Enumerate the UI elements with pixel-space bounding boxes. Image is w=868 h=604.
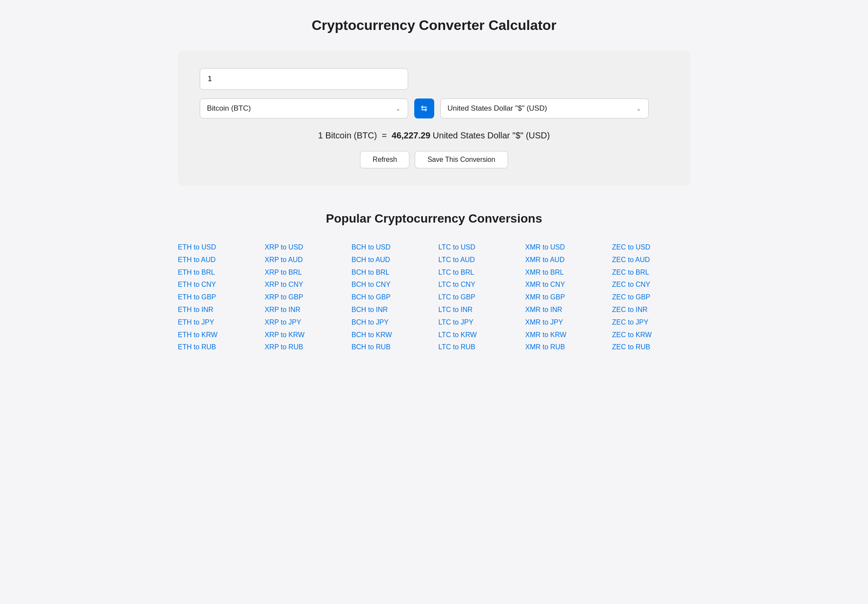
to-currency-chevron-icon: ⌄ <box>636 105 641 112</box>
conversion-link[interactable]: BCH to RUB <box>352 341 430 354</box>
conversion-link[interactable]: BCH to CNY <box>352 279 430 291</box>
save-conversion-button[interactable]: Save This Conversion <box>415 151 508 168</box>
conversion-link[interactable]: BCH to BRL <box>352 266 430 279</box>
conversion-link[interactable]: LTC to INR <box>439 304 517 316</box>
to-currency-select[interactable]: United States Dollar "$" (USD) ⌄ <box>440 98 649 118</box>
conversion-link[interactable]: XMR to AUD <box>525 254 604 266</box>
conversion-link[interactable]: ZEC to BRL <box>612 266 690 279</box>
result-amount: 46,227.29 <box>392 131 430 140</box>
column-xmr: XMR to USDXMR to AUDXMR to BRLXMR to CNY… <box>525 241 604 354</box>
page-title: Cryptocurrency Converter Calculator <box>178 17 690 33</box>
from-currency-chevron-icon: ⌄ <box>396 105 401 112</box>
swap-icon: ⇆ <box>421 104 427 113</box>
conversion-link[interactable]: XMR to JPY <box>525 316 604 329</box>
from-currency-label: Bitcoin (BTC) <box>207 104 396 113</box>
conversion-link[interactable]: ETH to KRW <box>178 329 256 341</box>
conversion-link[interactable]: XRP to KRW <box>265 329 343 341</box>
conversion-link[interactable]: XRP to RUB <box>265 341 343 354</box>
conversion-link[interactable]: LTC to JPY <box>439 316 517 329</box>
from-currency-select[interactable]: Bitcoin (BTC) ⌄ <box>200 98 408 118</box>
result-row: 1 Bitcoin (BTC) = 46,227.29 United State… <box>200 131 669 141</box>
conversion-link[interactable]: LTC to KRW <box>439 329 517 341</box>
conversion-link[interactable]: XRP to CNY <box>265 279 343 291</box>
conversion-link[interactable]: ETH to BRL <box>178 266 256 279</box>
conversion-link[interactable]: BCH to GBP <box>352 291 430 304</box>
conversion-link[interactable]: XRP to AUD <box>265 254 343 266</box>
conversion-link[interactable]: ETH to GBP <box>178 291 256 304</box>
conversions-grid: ETH to USDETH to AUDETH to BRLETH to CNY… <box>178 241 690 354</box>
conversion-link[interactable]: ZEC to INR <box>612 304 690 316</box>
conversion-link[interactable]: XMR to CNY <box>525 279 604 291</box>
column-ltc: LTC to USDLTC to AUDLTC to BRLLTC to CNY… <box>439 241 517 354</box>
swap-button[interactable]: ⇆ <box>414 98 434 118</box>
result-currency-text: United States Dollar "$" (USD) <box>433 131 550 140</box>
conversion-link[interactable]: ETH to RUB <box>178 341 256 354</box>
conversion-link[interactable]: ZEC to JPY <box>612 316 690 329</box>
conversion-link[interactable]: XRP to INR <box>265 304 343 316</box>
conversion-link[interactable]: LTC to USD <box>439 241 517 254</box>
conversion-link[interactable]: LTC to GBP <box>439 291 517 304</box>
conversion-link[interactable]: ZEC to CNY <box>612 279 690 291</box>
conversion-link[interactable]: XRP to USD <box>265 241 343 254</box>
conversion-link[interactable]: ZEC to AUD <box>612 254 690 266</box>
conversion-link[interactable]: XMR to KRW <box>525 329 604 341</box>
conversion-link[interactable]: XRP to BRL <box>265 266 343 279</box>
conversion-link[interactable]: BCH to INR <box>352 304 430 316</box>
conversion-link[interactable]: BCH to KRW <box>352 329 430 341</box>
conversion-link[interactable]: XMR to BRL <box>525 266 604 279</box>
refresh-button[interactable]: Refresh <box>360 151 409 168</box>
conversion-link[interactable]: ZEC to KRW <box>612 329 690 341</box>
conversion-link[interactable]: LTC to AUD <box>439 254 517 266</box>
amount-input[interactable] <box>200 68 408 90</box>
converter-card: Bitcoin (BTC) ⌄ ⇆ United States Dollar "… <box>178 51 690 186</box>
conversion-link[interactable]: LTC to RUB <box>439 341 517 354</box>
column-xrp: XRP to USDXRP to AUDXRP to BRLXRP to CNY… <box>265 241 343 354</box>
result-equals: = <box>380 131 392 140</box>
conversion-link[interactable]: LTC to BRL <box>439 266 517 279</box>
conversion-link[interactable]: ZEC to GBP <box>612 291 690 304</box>
conversion-link[interactable]: ETH to USD <box>178 241 256 254</box>
conversion-link[interactable]: ETH to AUD <box>178 254 256 266</box>
conversion-link[interactable]: ZEC to USD <box>612 241 690 254</box>
conversion-link[interactable]: ETH to INR <box>178 304 256 316</box>
conversion-link[interactable]: XMR to GBP <box>525 291 604 304</box>
column-bch: BCH to USDBCH to AUDBCH to BRLBCH to CNY… <box>352 241 430 354</box>
conversion-link[interactable]: ETH to CNY <box>178 279 256 291</box>
conversion-link[interactable]: ETH to JPY <box>178 316 256 329</box>
conversion-link[interactable]: LTC to CNY <box>439 279 517 291</box>
conversion-link[interactable]: BCH to JPY <box>352 316 430 329</box>
to-currency-label: United States Dollar "$" (USD) <box>448 104 636 113</box>
actions-row: Refresh Save This Conversion <box>200 151 669 168</box>
conversion-link[interactable]: XRP to JPY <box>265 316 343 329</box>
column-eth: ETH to USDETH to AUDETH to BRLETH to CNY… <box>178 241 256 354</box>
result-from-text: 1 Bitcoin (BTC) <box>318 131 377 140</box>
conversion-link[interactable]: XMR to RUB <box>525 341 604 354</box>
conversion-link[interactable]: XRP to GBP <box>265 291 343 304</box>
conversion-link[interactable]: ZEC to RUB <box>612 341 690 354</box>
popular-section-title: Popular Cryptocurrency Conversions <box>178 212 690 226</box>
conversion-link[interactable]: XMR to USD <box>525 241 604 254</box>
selectors-row: Bitcoin (BTC) ⌄ ⇆ United States Dollar "… <box>200 98 669 118</box>
column-zec: ZEC to USDZEC to AUDZEC to BRLZEC to CNY… <box>612 241 690 354</box>
conversion-link[interactable]: XMR to INR <box>525 304 604 316</box>
conversion-link[interactable]: BCH to USD <box>352 241 430 254</box>
conversion-link[interactable]: BCH to AUD <box>352 254 430 266</box>
